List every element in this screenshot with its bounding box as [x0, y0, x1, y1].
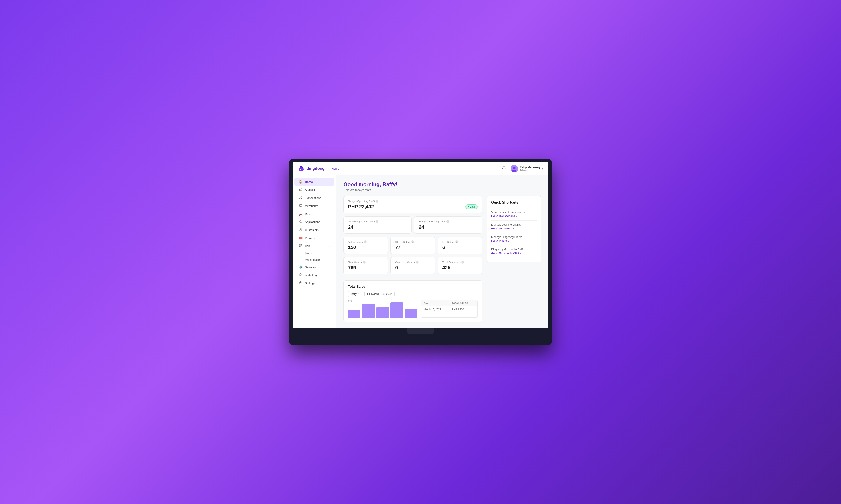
sidebar-item-label-promos: Promos	[305, 236, 315, 240]
svg-point-1	[301, 169, 301, 169]
nav-home-link[interactable]: Home	[331, 167, 339, 170]
top-profit-card: Today's Operating Profit i PHP 22,402 + …	[343, 196, 482, 213]
svg-rect-20	[299, 246, 301, 247]
sales-col-header-day: DAY	[421, 300, 449, 306]
stat-info-icon-3[interactable]: i	[411, 240, 414, 243]
stats-row-2col: Today's Operating Profit i 24 Today's Op…	[343, 216, 482, 234]
sidebar-item-cms[interactable]: CMS ›	[294, 242, 334, 250]
shortcut-link-cms[interactable]: Go to Marketville CMS ›	[491, 252, 537, 255]
user-role: Admin	[520, 169, 540, 172]
sidebar-item-label-transactions: Transactions	[305, 196, 321, 199]
shortcut-link-riders[interactable]: Go to Riders ›	[491, 239, 537, 242]
sidebar-item-merchants[interactable]: Merchants	[294, 202, 334, 210]
services-icon: ⚙️	[299, 265, 303, 269]
audit-logs-icon	[299, 273, 303, 277]
sidebar-item-label-audit-logs: Audit Logs	[305, 273, 318, 277]
transactions-icon	[299, 196, 303, 200]
customers-icon	[299, 228, 303, 232]
user-info: Raffy Maramag Admin	[520, 166, 540, 172]
sidebar-item-label-settings: Settings	[305, 282, 315, 285]
stat-label-1: Today's Operating Profit i	[419, 220, 478, 223]
sidebar-item-audit-logs[interactable]: Audit Logs	[294, 271, 334, 279]
top-profit-info-icon[interactable]: i	[376, 200, 378, 202]
period-dropdown[interactable]: Daily ▾	[348, 291, 362, 297]
user-area[interactable]: Raffy Maramag Admin ▾	[511, 165, 543, 173]
svg-rect-24	[367, 293, 370, 295]
merchants-icon	[299, 204, 303, 208]
sidebar-sub-item-blogs[interactable]: Blogs	[294, 250, 334, 256]
svg-rect-9	[299, 190, 300, 191]
stat-info-icon-0[interactable]: i	[376, 220, 378, 223]
sales-table: DAY TOTAL SALES March 10, 2022 PHP 1,200	[421, 300, 478, 318]
header-left: dingdong Home	[298, 165, 339, 172]
profit-value: PHP 22,402	[348, 204, 374, 210]
stat-info-icon-2[interactable]: i	[364, 240, 367, 243]
applications-icon	[299, 220, 303, 224]
sidebar: 🏠 Home Analytics Transactions	[293, 175, 337, 328]
logo-text: dingdong	[307, 166, 325, 171]
total-sales-card: Total Sales Daily ▾ Mar 01 - 05, 2022	[343, 281, 482, 322]
sales-table-header: DAY TOTAL SALES	[421, 300, 478, 306]
sidebar-item-services[interactable]: ⚙️ Services	[294, 263, 334, 271]
cms-expand-icon: ›	[329, 245, 330, 247]
top-profit-label: Today's Operating Profit i	[348, 200, 478, 202]
stat-info-icon-1[interactable]: i	[446, 220, 449, 223]
stat-card-total-orders: Total Orders i 769	[343, 257, 388, 274]
stat-value-1: 24	[419, 224, 478, 230]
stat-label-6: Cancelled Orders i	[395, 261, 430, 264]
period-dropdown-chevron-icon: ▾	[358, 292, 359, 295]
chart-bar	[391, 302, 403, 318]
user-dropdown-chevron-icon: ▾	[542, 167, 543, 170]
notification-bell-button[interactable]	[501, 165, 507, 172]
sidebar-item-label-merchants: Merchants	[305, 204, 318, 208]
svg-point-23	[300, 283, 301, 283]
sidebar-item-applications[interactable]: Applications	[294, 218, 334, 226]
home-icon: 🏠	[299, 180, 303, 183]
stat-info-icon-7[interactable]: i	[461, 261, 464, 264]
period-dropdown-value: Daily	[351, 292, 357, 295]
shortcut-arrow-icon-0: ›	[516, 215, 517, 218]
stat-label-4: Idle Riders i	[442, 240, 478, 243]
stat-card-operating-profit-2: Today's Operating Profit i 24	[414, 216, 482, 234]
header-right: Raffy Maramag Admin ▾	[501, 165, 543, 173]
sidebar-item-analytics[interactable]: Analytics	[294, 186, 334, 194]
shortcut-desc-2: Manage Dingdong Riders	[491, 236, 537, 239]
svg-rect-12	[299, 204, 302, 206]
monitor-stand	[407, 328, 434, 335]
svg-point-2	[302, 169, 303, 169]
stat-label-7: Total Customers i	[442, 261, 478, 264]
sidebar-sub-label-marketplace: Marketplace	[305, 258, 320, 262]
sidebar-item-customers[interactable]: Customers	[294, 226, 334, 234]
shortcut-link-merchants[interactable]: Go to Merchants ›	[491, 227, 537, 230]
stat-info-icon-6[interactable]: i	[416, 261, 418, 264]
main-content: Good morning, Raffy! Here are today's st…	[337, 175, 548, 328]
sidebar-item-home[interactable]: 🏠 Home	[294, 178, 334, 185]
stat-info-icon-5[interactable]: i	[363, 261, 365, 264]
logo-icon	[298, 165, 305, 172]
sidebar-item-label-riders: Riders	[305, 212, 313, 216]
sales-col-header-total: TOTAL SALES	[449, 300, 478, 306]
chart-area: 125	[348, 300, 417, 318]
chart-bar	[377, 307, 389, 318]
sidebar-item-promos[interactable]: 🎟️ Promos	[294, 234, 334, 242]
svg-rect-11	[301, 188, 302, 191]
dashboard-grid: Today's Operating Profit i PHP 22,402 + …	[343, 196, 542, 322]
sidebar-item-riders[interactable]: 🏍️ Riders	[294, 210, 334, 218]
shortcut-link-transactions[interactable]: Go to Transactions ›	[491, 215, 537, 218]
stat-info-icon-4[interactable]: i	[455, 240, 458, 243]
sidebar-item-label-analytics: Analytics	[305, 188, 316, 192]
date-range-button[interactable]: Mar 01 - 05, 2022	[364, 291, 395, 297]
cms-icon	[299, 244, 303, 248]
sidebar-item-settings[interactable]: Settings	[294, 280, 334, 287]
sidebar-sub-item-marketplace[interactable]: Marketplace	[294, 257, 334, 263]
sales-row-amount: PHP 1,200	[449, 306, 478, 312]
chart-bar	[362, 304, 375, 318]
shortcut-desc-3: Dingdong Marketville CMS	[491, 248, 537, 251]
shortcut-desc-0: View the latest transactions	[491, 211, 537, 214]
sidebar-item-transactions[interactable]: Transactions	[294, 194, 334, 202]
table-row: March 10, 2022 PHP 1,200	[421, 306, 478, 312]
stat-label-5: Total Orders i	[348, 261, 383, 264]
greeting-title: Good morning, Raffy!	[343, 181, 542, 187]
svg-rect-10	[301, 189, 301, 191]
avatar	[511, 165, 518, 173]
